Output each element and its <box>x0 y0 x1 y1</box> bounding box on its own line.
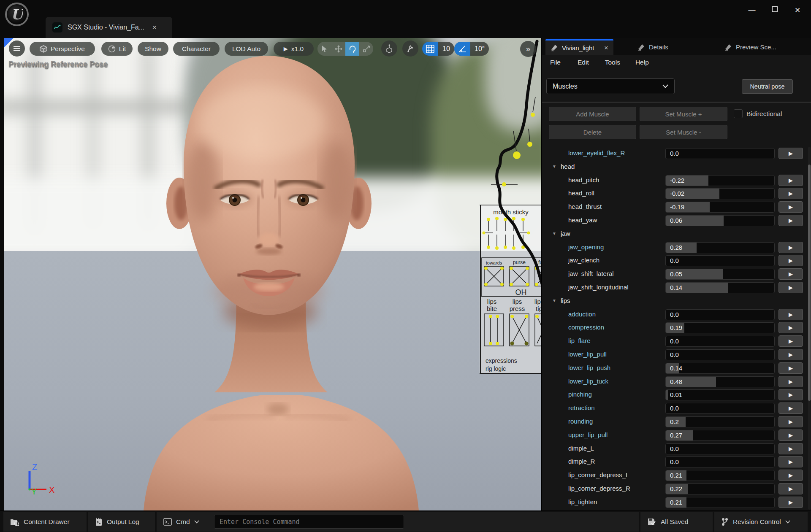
muscle-play-button[interactable]: ▶ <box>778 483 803 494</box>
muscle-slider[interactable]: 0.05 <box>665 269 775 280</box>
angle-snap-value[interactable]: 10° <box>470 42 489 56</box>
muscle-slider[interactable]: 0.0 <box>665 336 775 347</box>
muscle-slider[interactable]: 0.0 <box>665 443 775 454</box>
muscle-play-button[interactable]: ▶ <box>778 349 803 360</box>
muscle-section-lips[interactable]: ▼lips <box>542 294 808 308</box>
muscle-play-button[interactable]: ▶ <box>778 362 803 374</box>
rotate-tool-button[interactable] <box>345 42 359 56</box>
muscle-slider[interactable]: 0.14 <box>665 363 775 374</box>
muscle-play-button[interactable]: ▶ <box>778 429 803 441</box>
tab-close-icon[interactable]: ✕ <box>604 45 608 51</box>
muscle-play-button[interactable]: ▶ <box>778 268 803 280</box>
muscle-slider[interactable]: -0.22 <box>665 175 775 186</box>
tab-preview-scene[interactable]: Preview Sce... <box>719 39 781 55</box>
muscle-play-button[interactable]: ▶ <box>778 282 803 293</box>
muscle-play-button[interactable]: ▶ <box>778 376 803 387</box>
lit-button[interactable]: Lit <box>101 42 133 56</box>
muscle-slider[interactable]: -0.02 <box>665 188 775 199</box>
mode-dropdown[interactable]: Muscles <box>546 78 675 94</box>
muscle-slider[interactable]: 0.01 <box>665 389 775 400</box>
set-muscle-minus-button[interactable]: Set Muscle - <box>640 125 727 139</box>
muscle-slider[interactable]: 0.21 <box>665 497 775 508</box>
muscle-slider[interactable]: 0.22 <box>665 483 775 494</box>
muscle-slider[interactable]: 0.06 <box>665 215 775 226</box>
muscle-slider[interactable]: 0.0 <box>665 349 775 360</box>
window-close-icon[interactable]: ✕ <box>792 6 803 15</box>
muscle-play-button[interactable]: ▶ <box>778 402 803 414</box>
muscle-slider[interactable]: 0.0 <box>665 403 775 414</box>
perspective-button[interactable]: Perspective <box>30 42 95 56</box>
asset-tab[interactable]: SGX Studio - Vivian_Fa... ✕ <box>46 17 172 38</box>
select-tool-button[interactable] <box>317 42 331 56</box>
content-drawer-button[interactable]: Content Drawer <box>3 512 87 532</box>
revision-control-button[interactable]: Revision Control <box>714 512 808 532</box>
chevron-down-icon[interactable] <box>194 520 199 524</box>
grid-snap-value[interactable]: 10 <box>438 42 454 56</box>
muscle-play-button[interactable]: ▶ <box>778 389 803 400</box>
play-speed-button[interactable]: ▶ x1.0 <box>274 42 314 56</box>
muscle-play-button[interactable]: ▶ <box>778 309 803 320</box>
cmd-label[interactable]: Cmd <box>176 518 190 526</box>
muscle-play-button[interactable]: ▶ <box>778 470 803 481</box>
menu-edit[interactable]: Edit <box>578 59 589 66</box>
muscle-slider[interactable]: 0.0 <box>665 255 775 266</box>
muscle-play-button[interactable]: ▶ <box>778 148 803 159</box>
muscle-play-button[interactable]: ▶ <box>778 335 803 347</box>
bidirectional-checkbox[interactable] <box>734 109 743 118</box>
lod-auto-button[interactable]: LOD Auto <box>225 42 268 56</box>
muscle-label: lip_corner_depress_R <box>568 485 630 492</box>
muscle-slider[interactable]: 0.0 <box>665 456 775 467</box>
viewport-menu-button[interactable] <box>9 41 25 57</box>
tab-vivian-light[interactable]: Vivian_light ✕ <box>545 39 613 55</box>
scale-tool-button[interactable] <box>359 42 373 56</box>
muscle-slider[interactable]: 0.19 <box>665 322 775 333</box>
asset-tab-close-icon[interactable]: ✕ <box>152 24 157 31</box>
muscle-section-head[interactable]: ▼head <box>542 160 808 174</box>
menu-file[interactable]: File <box>550 59 561 66</box>
muscle-slider[interactable]: 0.28 <box>665 242 775 253</box>
muscle-slider[interactable]: 0.2 <box>665 416 775 427</box>
menu-help[interactable]: Help <box>635 59 649 66</box>
muscle-play-button[interactable]: ▶ <box>778 497 803 508</box>
neutral-pose-button[interactable]: Neutral pose <box>742 79 793 94</box>
muscle-play-button[interactable]: ▶ <box>778 416 803 427</box>
toolbar-overflow-button[interactable]: » <box>520 41 536 57</box>
muscle-slider[interactable]: 0.21 <box>665 470 775 481</box>
add-muscle-button[interactable]: Add Muscle <box>549 107 636 121</box>
muscle-slider[interactable]: -0.19 <box>665 202 775 213</box>
all-saved-button[interactable]: All Saved <box>640 512 713 532</box>
muscle-slider[interactable]: 0.0 <box>665 148 775 159</box>
window-maximize-icon[interactable] <box>769 6 781 14</box>
window-minimize-icon[interactable]: — <box>746 6 758 14</box>
delete-muscle-button[interactable]: Delete <box>549 125 636 139</box>
world-local-gizmo-button[interactable] <box>381 41 397 57</box>
muscle-slider[interactable]: 0.48 <box>665 376 775 387</box>
muscle-play-button[interactable]: ▶ <box>778 201 803 213</box>
character-button[interactable]: Character <box>173 42 220 56</box>
muscle-play-button[interactable]: ▶ <box>778 242 803 253</box>
muscle-slider[interactable]: 0.27 <box>665 430 775 441</box>
move-tool-button[interactable] <box>331 42 345 56</box>
muscle-play-button[interactable]: ▶ <box>778 322 803 333</box>
output-log-button[interactable]: Output Log <box>88 512 155 532</box>
console-command-input[interactable] <box>214 515 404 529</box>
grid-snap-control[interactable]: 10 <box>422 42 454 56</box>
set-muscle-plus-button[interactable]: Set Muscle + <box>640 107 727 121</box>
tab-details[interactable]: Details <box>632 39 673 55</box>
snap-toggle-button[interactable] <box>402 41 418 57</box>
muscle-play-button[interactable]: ▶ <box>778 215 803 226</box>
muscle-play-button[interactable]: ▶ <box>778 255 803 266</box>
viewport-3d[interactable]: mouth sticky towards purse <box>4 38 541 510</box>
muscle-slider[interactable]: 0.14 <box>665 282 775 293</box>
unreal-logo-icon[interactable]: U <box>5 3 29 26</box>
menu-tools[interactable]: Tools <box>605 59 620 66</box>
muscle-slider[interactable]: 0.0 <box>665 309 775 320</box>
muscle-play-button[interactable]: ▶ <box>778 188 803 199</box>
muscle-section-jaw[interactable]: ▼jaw <box>542 227 808 241</box>
angle-snap-control[interactable]: 10° <box>454 42 489 56</box>
muscle-play-button[interactable]: ▶ <box>778 443 803 454</box>
panel-scrollbar-thumb[interactable] <box>808 165 811 401</box>
muscle-play-button[interactable]: ▶ <box>778 175 803 186</box>
muscle-play-button[interactable]: ▶ <box>778 456 803 467</box>
show-button[interactable]: Show <box>138 42 168 56</box>
